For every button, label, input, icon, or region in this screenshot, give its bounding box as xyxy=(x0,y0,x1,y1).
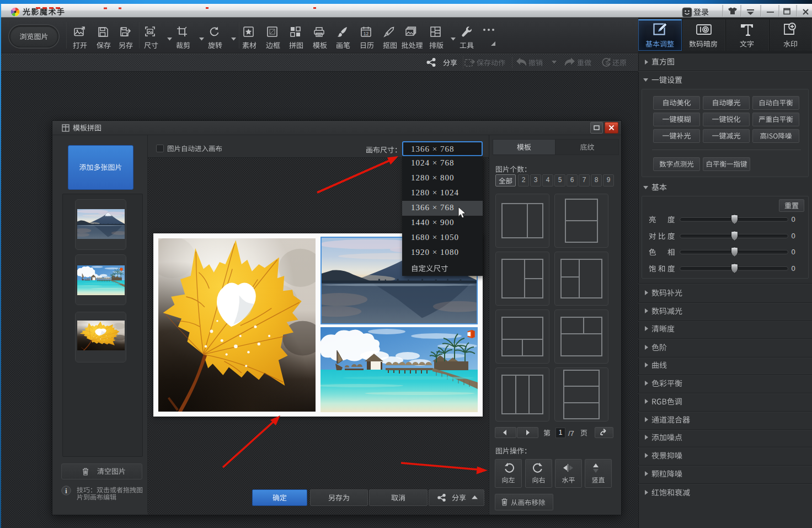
svg-text:12: 12 xyxy=(364,31,369,36)
